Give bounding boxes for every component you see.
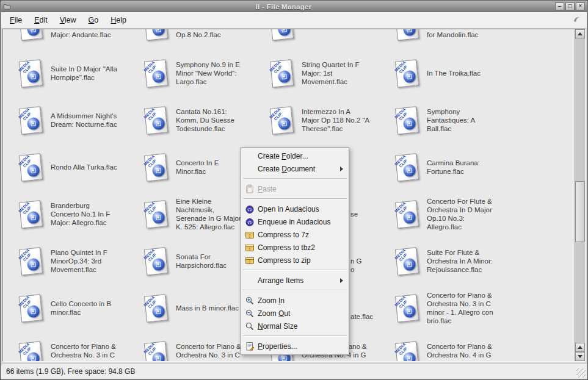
audacious-icon [244, 217, 255, 227]
file-item[interactable]: MEDIA CLIPConcerto for Piano &Orchestra … [18, 341, 116, 361]
menu-go[interactable]: Go [82, 13, 105, 27]
file-item[interactable]: MEDIA CLIPSonata ForHarpsichord.flac [143, 247, 227, 275]
file-page: MEDIA CLIP [395, 294, 419, 322]
minimize-button[interactable]: – [555, 2, 564, 10]
input-method-icon[interactable] [573, 15, 581, 26]
titlebar[interactable]: ll - File Manager –□× [1, 1, 587, 12]
file-item[interactable]: MEDIA CLIPConcerto In EMinor.flac [143, 153, 219, 181]
file-item[interactable]: MEDIA CLIPCarmina Burana:Fortune.flac [394, 153, 480, 181]
vertical-scrollbar[interactable] [575, 29, 585, 361]
file-label: Concerto For Flute &Orchestra In D Major… [427, 197, 492, 231]
menu-item-zoom-in[interactable]: Zoom In [242, 294, 348, 307]
close-button[interactable]: × [576, 2, 585, 10]
film-frame-icon [156, 121, 161, 126]
file-page: MEDIA CLIP [144, 106, 168, 134]
file-item[interactable]: MEDIA CLIPBranderburgConcerto No.1 In FM… [18, 200, 110, 228]
film-frame-icon [31, 309, 36, 314]
menu-item-create-document[interactable]: Create Document [242, 162, 348, 175]
paste-icon [244, 184, 255, 194]
file-page: MEDIA CLIP [144, 200, 168, 228]
menu-item-label: Paste [258, 185, 344, 193]
media-clip-emblem [403, 29, 416, 37]
media-clip-file-icon: MEDIA CLIP [394, 59, 419, 87]
film-frame-icon [407, 74, 412, 79]
media-clip-emblem [152, 117, 165, 131]
properties-icon [244, 342, 255, 351]
file-item[interactable]: MEDIA CLIPSuite For Flute &Orchestra In … [394, 247, 493, 275]
file-item[interactable]: MEDIA CLIP [269, 29, 302, 40]
file-item[interactable]: MEDIA CLIPIntermezzo In AMajor Op 118 No… [269, 106, 369, 134]
file-label-fragment: se [350, 210, 358, 218]
file-item[interactable]: MEDIA CLIPIn The Troika.flac [394, 59, 481, 87]
menu-icon-placeholder [244, 164, 255, 174]
media-clip-emblem [27, 305, 40, 318]
menu-item-compress-to-7z[interactable]: Compress to 7z [242, 228, 348, 241]
file-label-fragment: n G [350, 257, 362, 265]
file-page: MEDIA CLIP [144, 153, 168, 181]
media-clip-emblem [403, 117, 416, 131]
file-item[interactable]: MEDIA CLIPMajor: Andante.flac [18, 29, 111, 40]
menu-item-arrange-items[interactable]: Arrange Items [242, 274, 348, 287]
menu-item-properties[interactable]: Properties... [242, 340, 348, 353]
film-frame-icon [281, 74, 287, 79]
scrollbar-thumb[interactable] [575, 181, 585, 242]
file-page: MEDIA CLIP [395, 29, 419, 41]
menu-item-zoom-out[interactable]: Zoom Out [242, 307, 348, 320]
film-frame-icon [31, 215, 36, 220]
media-clip-emblem [27, 117, 40, 131]
file-item[interactable]: MEDIA CLIPRondo Alla Turka.flac [18, 153, 117, 181]
file-item[interactable]: MEDIA CLIPfor Mandolin.flac [394, 29, 478, 40]
file-page: MEDIA CLIP [19, 59, 43, 87]
arrow-down-icon [578, 355, 583, 358]
media-clip-file-icon: MEDIA CLIP [143, 294, 168, 322]
menu-file[interactable]: File [4, 13, 28, 27]
file-page: MEDIA CLIP [19, 153, 43, 181]
file-item[interactable]: MEDIA CLIPSymphonyFantastiques: ABall.fl… [394, 106, 475, 134]
file-item[interactable]: MEDIA CLIPConcerto For Flute &Orchestra … [394, 200, 492, 228]
menu-help[interactable]: Help [104, 13, 132, 27]
file-item[interactable]: MEDIA CLIPEine KleineNachtmusik,Serenade… [143, 200, 242, 228]
file-item[interactable]: MEDIA CLIPConcerto for Piano &Orchestra … [394, 294, 493, 322]
media-clip-file-icon: MEDIA CLIP [18, 106, 43, 134]
media-clip-emblem [403, 164, 416, 177]
arrow-up-icon [578, 346, 583, 349]
file-item[interactable]: MEDIA CLIPCantata No.161:Komm, Du Suesse… [143, 106, 234, 134]
resize-grip[interactable] [576, 368, 586, 378]
file-item[interactable]: MEDIA CLIPSymphony No.9 in EMinor "New W… [143, 59, 240, 87]
maximize-button[interactable]: □ [565, 2, 575, 10]
media-clip-file-icon: MEDIA CLIP [269, 29, 294, 40]
menu-edit[interactable]: Edit [28, 13, 54, 27]
file-item[interactable]: MEDIA CLIPSuite In D Major "AllaHornpipe… [18, 59, 117, 87]
scroll-down-button[interactable] [575, 352, 585, 361]
menu-item-normal-size[interactable]: Normal Size [242, 320, 348, 332]
film-frame-icon [31, 168, 36, 173]
scroll-up-button[interactable] [575, 29, 585, 38]
file-item[interactable]: MEDIA CLIPA Midsummer Night'sDream: Noct… [18, 106, 117, 134]
menu-view[interactable]: View [54, 13, 82, 27]
file-item[interactable]: MEDIA CLIPConcerto for Piano &Orchestra … [143, 341, 241, 361]
menu-item-compress-to-tbz2[interactable]: Compress to tbz2 [242, 241, 348, 254]
file-item[interactable]: MEDIA CLIPOp.8 No.2.flac [143, 29, 221, 40]
scroll-up-button-bottom[interactable] [575, 343, 585, 352]
menubar: FileEditViewGoHelp [1, 12, 587, 29]
file-item[interactable]: MEDIA CLIPPiano Quintet In FMinorOp.34: … [18, 247, 107, 275]
file-page: MEDIA CLIP [19, 294, 43, 322]
film-frame-icon [407, 356, 412, 361]
file-item[interactable]: MEDIA CLIPCello Concerto in Bminor.flac [18, 294, 111, 322]
media-clip-emblem [152, 305, 165, 318]
file-item[interactable]: MEDIA CLIPConcerto for Piano &Orchestra … [394, 341, 492, 361]
audacious-icon [244, 204, 255, 214]
menu-item-open-in-audacious[interactable]: Open in Audacious [242, 203, 348, 215]
submenu-arrow-icon [340, 167, 343, 171]
context-menu: Create Folder...Create DocumentPasteOpen… [241, 147, 349, 355]
file-page: MEDIA CLIP [270, 106, 294, 134]
menu-item-enqueue-in-audacious[interactable]: Enqueue in Audacious [242, 215, 348, 228]
file-item[interactable]: MEDIA CLIPString Quartet In FMajor: 1stM… [269, 59, 360, 87]
file-label: Concerto for Piano &Orchestra No. 3 in C… [176, 342, 241, 361]
menu-item-create-folder[interactable]: Create Folder... [242, 149, 348, 162]
media-clip-file-icon: MEDIA CLIP [394, 106, 419, 134]
menu-item-compress-to-zip[interactable]: Compress to zip [242, 254, 348, 267]
media-clip-emblem [152, 70, 165, 84]
film-frame-icon [156, 262, 161, 267]
file-item[interactable]: MEDIA CLIPMass in B minor.flac [143, 294, 239, 322]
